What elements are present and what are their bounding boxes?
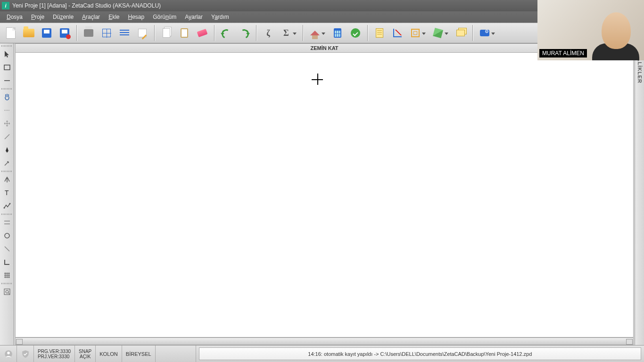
status-version: PRG.VER:3330PRJ.VER:3330	[34, 346, 75, 362]
sigma-button[interactable]: Σ	[278, 25, 294, 41]
status-bar: PRG.VER:3330PRJ.VER:3330 SNAPAÇIK KOLON …	[0, 345, 644, 362]
line-tool-icon[interactable]	[1, 75, 13, 86]
menu-duzenle[interactable]: Düzenle	[49, 13, 77, 21]
redo-button[interactable]	[236, 25, 252, 41]
svg-rect-0	[4, 65, 10, 70]
save-as-button[interactable]	[57, 25, 73, 41]
status-user-icon[interactable]	[0, 346, 17, 362]
status-bireysel[interactable]: BİREYSEL	[122, 346, 156, 362]
status-message: 14:16: otomatik kayıt yapıldı -> C:\User…	[199, 347, 641, 360]
rectangle-tool-icon[interactable]	[1, 62, 13, 73]
svg-text:T: T	[5, 189, 9, 197]
status-snap[interactable]: SNAPAÇIK	[75, 346, 96, 362]
calculator-button[interactable]	[330, 25, 346, 41]
new-button[interactable]	[3, 25, 19, 41]
circle-tool-icon[interactable]	[1, 230, 13, 241]
menu-proje[interactable]: Proje	[27, 13, 48, 21]
svg-point-5	[3, 207, 5, 209]
grid-button[interactable]	[99, 25, 115, 41]
main-area: T ZEMİN KAT ÖZELLİKLER	[0, 43, 644, 345]
3d-button[interactable]	[430, 25, 446, 41]
presenter-name: MURAT ALİMEN	[539, 49, 587, 58]
menu-dosya[interactable]: Dosya	[3, 13, 26, 21]
text-tool-icon[interactable]: T	[1, 187, 13, 198]
drawing-canvas[interactable]	[15, 53, 634, 337]
building-button[interactable]	[307, 25, 323, 41]
webcam-overlay: MURAT ALİMEN	[537, 0, 644, 60]
frame-button[interactable]	[407, 25, 423, 41]
toolbox-button[interactable]	[477, 25, 493, 41]
diag2-tool-icon[interactable]	[1, 243, 13, 255]
svg-line-3	[5, 134, 9, 139]
window-title: Yeni Proje [1] [Adana] - ZetaCad Studio …	[12, 2, 161, 9]
svg-point-15	[7, 351, 10, 354]
arrow-tool-icon[interactable]	[1, 157, 13, 169]
svg-point-9	[5, 233, 9, 238]
svg-point-6	[9, 203, 10, 205]
corner-tool-icon[interactable]	[1, 256, 13, 268]
erase-button[interactable]	[194, 25, 210, 41]
status-shield-icon[interactable]	[17, 346, 34, 362]
svg-line-10	[5, 247, 9, 251]
hatch-tool-icon[interactable]	[1, 270, 13, 281]
pen-tool-icon[interactable]	[1, 144, 13, 156]
zoom-region-tool-icon[interactable]	[1, 286, 13, 297]
left-toolbar: T	[0, 43, 14, 345]
menu-gorunum[interactable]: Görünüm	[149, 13, 180, 21]
menu-ekle[interactable]: Ekle	[105, 13, 123, 21]
edit-button[interactable]	[134, 25, 150, 41]
pan-tool-icon[interactable]	[1, 91, 13, 103]
move-tool-icon[interactable]	[1, 118, 13, 129]
polyline-tool-icon[interactable]	[1, 200, 13, 212]
chart-button[interactable]	[389, 25, 405, 41]
measure-tool-icon[interactable]	[1, 105, 13, 116]
windows-button[interactable]	[453, 25, 469, 41]
properties-panel[interactable]: ÖZELLİKLER	[635, 43, 644, 345]
layers-button[interactable]	[116, 25, 132, 41]
undo-button[interactable]	[218, 25, 234, 41]
menu-hesap[interactable]: Hesap	[124, 13, 148, 21]
diag-line-tool-icon[interactable]	[1, 131, 13, 142]
svg-line-13	[8, 293, 9, 294]
zeta-button[interactable]: ζ	[260, 25, 276, 41]
print-button[interactable]	[81, 25, 97, 41]
status-gap	[156, 346, 196, 362]
app-icon: i	[2, 2, 9, 9]
status-kolon[interactable]: KOLON	[96, 346, 122, 362]
menu-yardim[interactable]: Yardım	[207, 13, 233, 21]
cursor-tool-icon[interactable]	[1, 49, 13, 60]
open-button[interactable]	[21, 25, 37, 41]
canvas-area: ZEMİN KAT	[14, 43, 635, 345]
menu-ayarlar[interactable]: Ayarlar	[181, 13, 206, 21]
parallel-tool-icon[interactable]	[1, 217, 13, 228]
horizontal-scrollbar[interactable]	[15, 337, 634, 345]
mirror-tool-icon[interactable]	[1, 174, 13, 185]
check-button[interactable]	[347, 25, 363, 41]
paste-button[interactable]	[176, 25, 192, 41]
save-button[interactable]	[39, 25, 55, 41]
menu-araclar[interactable]: Araçlar	[78, 13, 104, 21]
notes-button[interactable]	[372, 25, 388, 41]
copy-button[interactable]	[158, 25, 174, 41]
